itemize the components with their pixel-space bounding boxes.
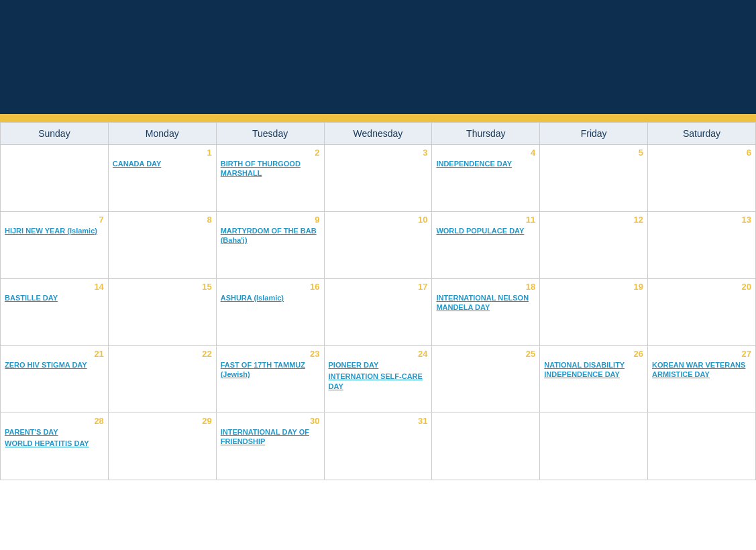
calendar-cell-3-6: 19 <box>540 279 648 346</box>
calendar-week-5: 28PARENT'S DAYWORLD HEPATITIS DAY2930INT… <box>1 413 756 480</box>
day-header-thursday: Thursday <box>432 123 540 145</box>
calendar-table: SundayMondayTuesdayWednesdayThursdayFrid… <box>0 122 756 480</box>
calendar-week-2: 7HIJRI NEW YEAR (Islamic)89MARTYRDOM OF … <box>1 212 756 279</box>
cell-date-number: 3 <box>329 148 428 158</box>
calendar-body: 1CANADA DAY2BIRTH OF THURGOOD MARSHALL34… <box>1 145 756 480</box>
cell-date-number: 14 <box>5 282 104 292</box>
calendar-cell-3-1: 14BASTILLE DAY <box>1 279 109 346</box>
calendar-cell-4-3: 23FAST OF 17TH TAMMUZ (Jewish) <box>216 346 324 413</box>
calendar-event[interactable]: INTERNATIONAL NELSON MANDELA DAY <box>436 293 535 313</box>
calendar-event[interactable]: BIRTH OF THURGOOD MARSHALL <box>221 159 320 178</box>
cell-date-number: 17 <box>329 282 428 292</box>
calendar-week-4: 21ZERO HIV STIGMA DAY2223FAST OF 17TH TA… <box>1 346 756 413</box>
calendar-header <box>0 0 756 114</box>
calendar-cell-1-1 <box>1 145 109 212</box>
cell-date-number: 24 <box>329 349 428 359</box>
cell-date-number: 8 <box>113 215 212 225</box>
cell-date-number: 20 <box>652 282 751 292</box>
cell-date-number: 30 <box>221 416 320 426</box>
calendar-cell-1-2: 1CANADA DAY <box>108 145 216 212</box>
cell-date-number: 28 <box>5 416 104 426</box>
calendar-cell-3-3: 16ASHURA (Islamic) <box>216 279 324 346</box>
calendar-cell-2-5: 11WORLD POPULACE DAY <box>432 212 540 279</box>
calendar-event[interactable]: HIJRI NEW YEAR (Islamic) <box>5 226 104 235</box>
calendar-event[interactable]: WORLD HEPATITIS DAY <box>5 439 104 448</box>
cell-date-number: 6 <box>652 148 751 158</box>
calendar-event[interactable]: MARTYRDOM OF THE BAB (Baha'i) <box>221 226 320 245</box>
calendar-cell-1-3: 2BIRTH OF THURGOOD MARSHALL <box>216 145 324 212</box>
calendar-cell-3-2: 15 <box>108 279 216 346</box>
cell-date-number: 29 <box>113 416 212 426</box>
calendar-cell-5-5 <box>432 413 540 480</box>
calendar-cell-5-4: 31 <box>324 413 432 480</box>
calendar-event[interactable]: NATIONAL DISABILITY INDEPENDENCE DAY <box>544 360 643 380</box>
calendar-cell-4-7: 27KOREAN WAR VETERANS ARMISTICE DAY <box>648 346 756 413</box>
cell-date-number: 2 <box>221 148 320 158</box>
calendar-cell-4-6: 26NATIONAL DISABILITY INDEPENDENCE DAY <box>540 346 648 413</box>
calendar-event[interactable]: PARENT'S DAY <box>5 427 104 437</box>
day-headers-row: SundayMondayTuesdayWednesdayThursdayFrid… <box>1 123 756 145</box>
cell-date-number: 12 <box>544 215 643 225</box>
cell-date-number: 23 <box>221 349 320 359</box>
calendar-cell-1-4: 3 <box>324 145 432 212</box>
cell-date-number: 21 <box>5 349 104 359</box>
calendar-cell-3-4: 17 <box>324 279 432 346</box>
day-header-saturday: Saturday <box>648 123 756 145</box>
calendar-cell-2-1: 7HIJRI NEW YEAR (Islamic) <box>1 212 109 279</box>
calendar-cell-1-5: 4INDEPENDENCE DAY <box>432 145 540 212</box>
cell-date-number: 10 <box>329 215 428 225</box>
cell-date-number: 5 <box>544 148 643 158</box>
calendar-event[interactable]: ZERO HIV STIGMA DAY <box>5 360 104 370</box>
cell-date-number: 9 <box>221 215 320 225</box>
calendar-cell-4-4: 24PIONEER DAYINTERNATION SELF-CARE DAY <box>324 346 432 413</box>
calendar-cell-5-3: 30INTERNATIONAL DAY OF FRIENDSHIP <box>216 413 324 480</box>
calendar-event[interactable]: INTERNATION SELF-CARE DAY <box>329 372 428 391</box>
day-header-sunday: Sunday <box>1 123 109 145</box>
calendar-event[interactable]: PIONEER DAY <box>329 360 428 370</box>
calendar-cell-4-2: 22 <box>108 346 216 413</box>
day-header-tuesday: Tuesday <box>216 123 324 145</box>
cell-date-number: 25 <box>436 349 535 359</box>
cell-date-number: 26 <box>544 349 643 359</box>
gold-divider <box>0 114 756 122</box>
calendar-cell-4-1: 21ZERO HIV STIGMA DAY <box>1 346 109 413</box>
cell-date-number: 16 <box>221 282 320 292</box>
calendar-event[interactable]: BASTILLE DAY <box>5 293 104 302</box>
calendar-cell-5-2: 29 <box>108 413 216 480</box>
cell-date-number: 15 <box>113 282 212 292</box>
calendar-event[interactable]: INTERNATIONAL DAY OF FRIENDSHIP <box>221 427 320 447</box>
cell-date-number: 27 <box>652 349 751 359</box>
calendar-cell-2-2: 8 <box>108 212 216 279</box>
calendar-week-1: 1CANADA DAY2BIRTH OF THURGOOD MARSHALL34… <box>1 145 756 212</box>
cell-date-number: 7 <box>5 215 104 225</box>
calendar-cell-5-7 <box>648 413 756 480</box>
day-header-friday: Friday <box>540 123 648 145</box>
calendar-event[interactable]: ASHURA (Islamic) <box>221 293 320 302</box>
cell-date-number: 1 <box>113 148 212 158</box>
calendar-event[interactable]: WORLD POPULACE DAY <box>436 226 535 235</box>
calendar-cell-5-1: 28PARENT'S DAYWORLD HEPATITIS DAY <box>1 413 109 480</box>
cell-date-number: 31 <box>329 416 428 426</box>
calendar-cell-3-7: 20 <box>648 279 756 346</box>
calendar-cell-5-6 <box>540 413 648 480</box>
cell-date-number: 18 <box>436 282 535 292</box>
calendar-cell-3-5: 18INTERNATIONAL NELSON MANDELA DAY <box>432 279 540 346</box>
cell-date-number: 4 <box>436 148 535 158</box>
day-header-monday: Monday <box>108 123 216 145</box>
day-header-wednesday: Wednesday <box>324 123 432 145</box>
cell-date-number: 11 <box>436 215 535 225</box>
calendar-cell-2-3: 9MARTYRDOM OF THE BAB (Baha'i) <box>216 212 324 279</box>
calendar-cell-2-4: 10 <box>324 212 432 279</box>
calendar-event[interactable]: INDEPENDENCE DAY <box>436 159 535 168</box>
calendar-event[interactable]: CANADA DAY <box>113 159 212 168</box>
cell-date-number: 19 <box>544 282 643 292</box>
calendar-event[interactable]: KOREAN WAR VETERANS ARMISTICE DAY <box>652 360 751 380</box>
calendar-cell-2-6: 12 <box>540 212 648 279</box>
calendar-cell-1-7: 6 <box>648 145 756 212</box>
calendar-cell-1-6: 5 <box>540 145 648 212</box>
calendar-cell-4-5: 25 <box>432 346 540 413</box>
calendar-cell-2-7: 13 <box>648 212 756 279</box>
calendar-event[interactable]: FAST OF 17TH TAMMUZ (Jewish) <box>221 360 320 380</box>
cell-date-number: 13 <box>652 215 751 225</box>
cell-date-number: 22 <box>113 349 212 359</box>
